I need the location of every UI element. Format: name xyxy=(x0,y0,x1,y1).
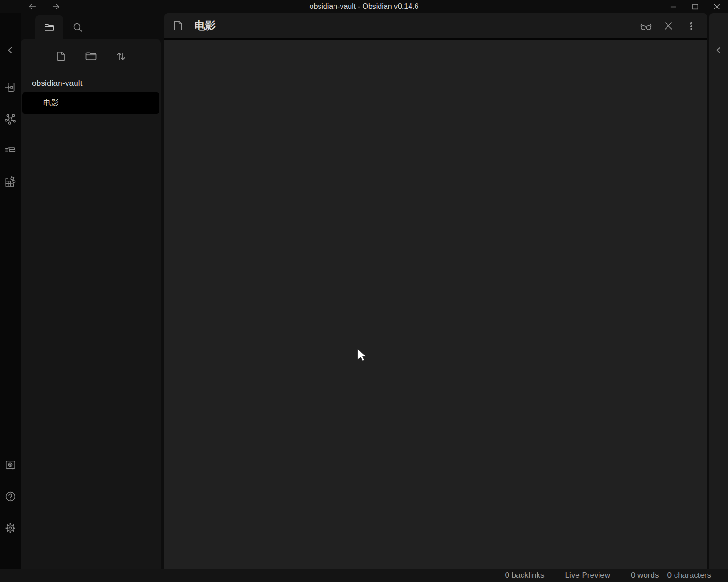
sort-arrows-icon xyxy=(114,50,128,63)
left-sidebar: obsidian-vault 电影 xyxy=(21,13,161,569)
document-icon xyxy=(172,19,184,32)
editor-content[interactable] xyxy=(164,40,707,569)
forward-arrow-icon xyxy=(51,1,61,12)
blocks-icon xyxy=(4,175,16,188)
gear-icon xyxy=(4,522,16,534)
slides-icon xyxy=(4,144,16,156)
tab-search[interactable] xyxy=(63,15,91,39)
vault-name[interactable]: obsidian-vault xyxy=(21,79,161,88)
settings-button[interactable] xyxy=(4,522,16,534)
vertical-dots-icon xyxy=(685,20,697,32)
graph-icon xyxy=(4,113,16,125)
expand-right-sidebar-button[interactable] xyxy=(713,44,725,56)
new-folder-icon xyxy=(84,50,98,63)
titlebar: obsidian-vault - Obsidian v0.14.6 xyxy=(0,0,728,13)
close-icon xyxy=(712,2,721,11)
status-backlinks[interactable]: 0 backlinks xyxy=(505,571,544,580)
status-character-count: 0 characters xyxy=(667,571,711,580)
sort-order-button[interactable] xyxy=(114,50,128,63)
editor-tab-title: 电影 xyxy=(194,18,216,33)
random-note-button[interactable] xyxy=(4,175,16,188)
graph-view-button[interactable] xyxy=(4,113,16,125)
new-folder-button[interactable] xyxy=(84,50,98,63)
new-note-button[interactable] xyxy=(54,50,68,63)
minimize-icon xyxy=(669,2,678,11)
file-explorer-pane: obsidian-vault 电影 xyxy=(21,39,161,569)
go-to-file-icon xyxy=(4,81,16,93)
collapse-left-sidebar-button[interactable] xyxy=(4,44,16,56)
editor-pane: 电影 xyxy=(164,13,707,569)
question-mark-icon xyxy=(4,491,16,503)
folder-icon xyxy=(43,22,55,34)
navigate-forward-button[interactable] xyxy=(50,1,62,12)
more-options-button[interactable] xyxy=(684,19,698,33)
editor-header: 电影 xyxy=(164,13,707,38)
status-bar: 0 backlinks Live Preview 0 words 0 chara… xyxy=(0,569,728,582)
maximize-icon xyxy=(690,2,700,11)
navigate-back-button[interactable] xyxy=(26,1,38,12)
search-icon xyxy=(72,22,83,33)
quick-switcher-button[interactable] xyxy=(4,81,16,93)
left-ribbon xyxy=(0,13,21,569)
status-editor-mode[interactable]: Live Preview xyxy=(565,571,610,580)
tab-file-explorer[interactable] xyxy=(35,15,63,39)
chevron-left-icon xyxy=(5,45,16,56)
right-sidebar-collapsed xyxy=(709,13,728,569)
glasses-icon xyxy=(639,19,652,32)
presentation-button[interactable] xyxy=(4,144,16,156)
back-arrow-icon xyxy=(27,1,38,12)
chevron-left-icon xyxy=(713,45,724,56)
close-icon xyxy=(662,20,675,32)
window-title: obsidian-vault - Obsidian v0.14.6 xyxy=(0,2,728,11)
sidebar-tab-bar xyxy=(21,13,161,39)
file-item-label: 电影 xyxy=(43,98,59,108)
obsidian-window: obsidian-vault - Obsidian v0.14.6 xyxy=(0,0,728,582)
vault-icon xyxy=(4,459,16,471)
reading-mode-button[interactable] xyxy=(639,19,653,33)
file-item-active[interactable]: 电影 xyxy=(22,92,159,114)
help-button[interactable] xyxy=(4,491,16,503)
minimize-button[interactable] xyxy=(668,1,679,12)
status-word-count: 0 words xyxy=(631,571,659,580)
file-explorer-actions xyxy=(21,39,161,63)
new-note-icon xyxy=(55,50,67,62)
maximize-button[interactable] xyxy=(690,1,701,12)
close-window-button[interactable] xyxy=(711,1,722,12)
open-another-vault-button[interactable] xyxy=(4,459,16,471)
close-tab-button[interactable] xyxy=(661,19,675,33)
